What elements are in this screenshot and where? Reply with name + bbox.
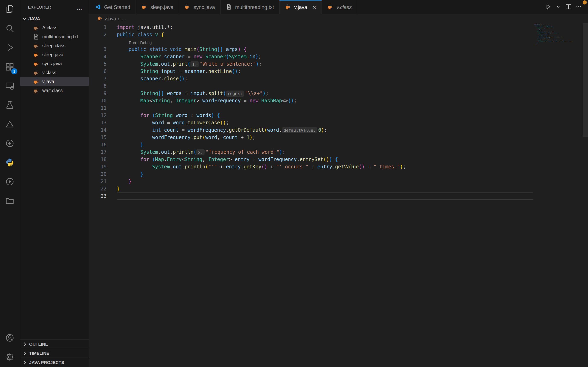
code-token [117, 54, 140, 59]
file-rows: A.classmultithreading.txtsleep.classslee… [20, 23, 89, 95]
activity-python-extension[interactable] [0, 153, 20, 173]
folder-java[interactable]: JAVA [20, 14, 89, 23]
minimap[interactable]: import java.util.*;public class v { publ… [534, 24, 578, 49]
line-content[interactable]: int count = wordFrequency.getOrDefault(w… [107, 126, 327, 134]
code-token [117, 149, 140, 155]
codelens-run-link[interactable]: Run [129, 40, 136, 46]
codelens-debug-link[interactable]: Debug [140, 40, 152, 46]
code-line-13: 13 word = word.toLowerCase(); [89, 119, 588, 126]
line-number[interactable]: 22 [89, 185, 107, 192]
code-token [117, 127, 152, 133]
line-number[interactable]: 17 [89, 149, 107, 156]
tab-v-java[interactable]: v.java× [279, 0, 322, 14]
line-number[interactable]: 16 [89, 141, 107, 149]
activity-testing[interactable] [0, 96, 20, 115]
activity-remote-explorer[interactable] [0, 77, 20, 96]
file-multithreading.txt[interactable]: multithreading.txt [20, 32, 89, 41]
activity-accounts[interactable] [0, 329, 20, 348]
code-token [202, 54, 205, 59]
line-number[interactable]: 1 [89, 24, 107, 31]
activity-lightning-extension[interactable] [0, 134, 20, 153]
file-sleep.java[interactable]: sleep.java [20, 50, 89, 59]
line-number[interactable]: 5 [89, 60, 107, 68]
activity-search[interactable] [0, 19, 20, 38]
activity-folder-extension[interactable] [0, 192, 20, 211]
line-content[interactable]: for (String word : words) { [107, 112, 220, 119]
line-number[interactable]: 15 [89, 134, 107, 141]
tab-get-started[interactable]: Get Started [89, 0, 136, 14]
close-icon[interactable]: × [312, 4, 316, 10]
line-number[interactable]: 11 [89, 104, 107, 112]
section-java-projects[interactable]: JAVA PROJECTS [20, 358, 89, 367]
file-wait.class[interactable]: wait.class [20, 86, 89, 95]
line-number[interactable]: 7 [89, 75, 107, 82]
ellipsis-icon [576, 3, 582, 11]
line-content[interactable]: import java.util.*; [107, 24, 173, 31]
file-sync.java[interactable]: sync.java [20, 59, 89, 68]
section-timeline[interactable]: TIMELINE [20, 349, 89, 358]
line-content[interactable] [107, 192, 117, 200]
line-content[interactable]: System.out.println("'" + entry.getKey() … [107, 163, 406, 170]
line-content[interactable]: public static void main(String[] args) { [107, 46, 247, 53]
code-token: { [335, 157, 338, 162]
file-sleep.class[interactable]: sleep.class [20, 41, 89, 50]
sidebar-more-actions[interactable]: … [76, 6, 83, 8]
line-number[interactable]: 10 [89, 97, 107, 104]
activity-extensions[interactable]: 1 [0, 58, 20, 77]
line-content[interactable]: public class v { [107, 31, 164, 38]
line-content[interactable]: } [107, 170, 143, 178]
line-number[interactable]: 9 [89, 90, 107, 97]
run-button[interactable] [544, 2, 553, 12]
line-content[interactable]: scanner.close(); [107, 75, 188, 82]
line-content[interactable] [107, 82, 117, 90]
line-content[interactable] [107, 104, 117, 112]
line-number[interactable]: 20 [89, 170, 107, 178]
line-number[interactable]: 3 [89, 46, 107, 53]
line-number[interactable]: 12 [89, 112, 107, 119]
line-number[interactable]: 2 [89, 31, 107, 38]
line-content[interactable]: Scanner scanner = new Scanner(System.in)… [107, 53, 261, 60]
more-actions-button[interactable] [574, 2, 584, 12]
section-outline[interactable]: OUTLINE [20, 340, 89, 349]
line-number[interactable]: 4 [89, 53, 107, 60]
line-content[interactable]: String[] words = input.split(regex:"\\s+… [107, 90, 269, 97]
line-content[interactable]: System.out.println(x:"frequency of each … [107, 149, 285, 156]
line-number[interactable]: 18 [89, 156, 107, 163]
line-content[interactable]: for (Map.Entry<String, Integer> entry : … [107, 156, 338, 163]
line-number[interactable]: 21 [89, 178, 107, 185]
run-dropdown[interactable] [554, 2, 563, 12]
code-token [117, 164, 152, 170]
split-editor-button[interactable] [564, 2, 573, 12]
activity-triangle-extension[interactable] [0, 115, 20, 134]
line-content[interactable]: wordFrequency.put(word, count + 1); [107, 134, 255, 141]
tab-label: v.class [337, 4, 352, 10]
line-number[interactable]: 14 [89, 126, 107, 134]
line-number[interactable]: 13 [89, 119, 107, 126]
breadcrumb-file[interactable]: v.java [104, 16, 116, 21]
file-v.class[interactable]: v.class [20, 68, 89, 77]
line-number[interactable]: 8 [89, 82, 107, 90]
code-token: { [161, 32, 164, 38]
line-content[interactable]: word = word.toLowerCase(); [107, 119, 229, 126]
activity-run-extension[interactable] [0, 173, 20, 192]
line-content[interactable]: Map<String, Integer> wordFrequency = new… [107, 97, 297, 104]
tab-sleep-java[interactable]: sleep.java [136, 0, 179, 14]
file-v.java[interactable]: v.java [20, 77, 89, 86]
line-content[interactable]: String input = scanner.nextLine(); [107, 68, 241, 75]
breadcrumb-collapsed[interactable]: … [122, 16, 126, 21]
line-content[interactable]: } [107, 141, 143, 149]
scrollbar-thumb[interactable] [583, 23, 588, 137]
line-number[interactable]: 19 [89, 163, 107, 170]
line-content[interactable]: } [107, 185, 120, 192]
line-number[interactable]: 6 [89, 68, 107, 75]
tab-multithreading-txt[interactable]: multithreading.txt [221, 0, 279, 14]
line-content[interactable]: } [107, 178, 131, 185]
line-number[interactable]: 23 [89, 192, 107, 200]
file-A.class[interactable]: A.class [20, 23, 89, 32]
activity-manage[interactable] [0, 348, 20, 367]
tab-sync-java[interactable]: sync.java [179, 0, 220, 14]
activity-run-and-debug[interactable] [0, 38, 20, 58]
tab-v-class[interactable]: v.class [322, 0, 357, 14]
activity-explorer[interactable] [0, 0, 20, 19]
line-content[interactable]: System.out.print(s:"Write a sentence:"); [107, 60, 262, 68]
